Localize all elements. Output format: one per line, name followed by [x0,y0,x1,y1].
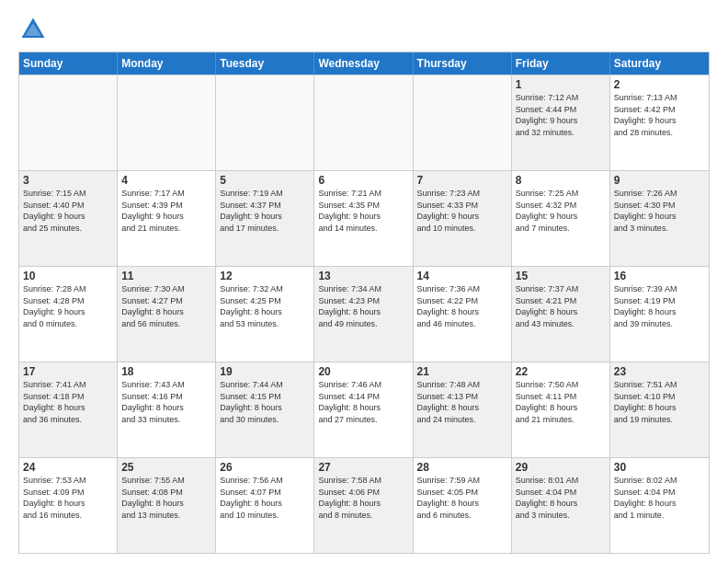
cal-cell-19: 19Sunrise: 7:44 AM Sunset: 4:15 PM Dayli… [216,362,314,457]
day-info: Sunrise: 7:21 AM Sunset: 4:35 PM Dayligh… [318,188,408,234]
day-number: 19 [220,365,310,378]
cal-cell-8: 8Sunrise: 7:25 AM Sunset: 4:32 PM Daylig… [512,171,610,266]
day-info: Sunrise: 7:43 AM Sunset: 4:16 PM Dayligh… [121,379,211,425]
cal-cell-2: 2Sunrise: 7:13 AM Sunset: 4:42 PM Daylig… [610,75,709,170]
day-number: 3 [23,174,113,187]
cal-cell-28: 28Sunrise: 7:59 AM Sunset: 4:05 PM Dayli… [414,458,512,553]
cal-cell-6: 6Sunrise: 7:21 AM Sunset: 4:35 PM Daylig… [314,171,413,266]
day-number: 11 [121,270,211,282]
cal-cell-23: 23Sunrise: 7:51 AM Sunset: 4:10 PM Dayli… [610,362,709,457]
cal-cell-18: 18Sunrise: 7:43 AM Sunset: 4:16 PM Dayli… [118,362,216,457]
cal-header-day-monday: Monday [118,52,216,75]
day-info: Sunrise: 7:51 AM Sunset: 4:10 PM Dayligh… [614,379,705,425]
logo [18,15,51,44]
day-number: 10 [23,270,113,282]
day-info: Sunrise: 7:30 AM Sunset: 4:27 PM Dayligh… [121,283,211,329]
cal-row-1: 3Sunrise: 7:15 AM Sunset: 4:40 PM Daylig… [19,170,709,266]
cal-cell-10: 10Sunrise: 7:28 AM Sunset: 4:28 PM Dayli… [19,267,118,362]
cal-cell-29: 29Sunrise: 8:01 AM Sunset: 4:04 PM Dayli… [512,458,610,553]
day-number: 27 [318,461,408,474]
cal-header-day-sunday: Sunday [19,52,118,75]
cal-cell-3: 3Sunrise: 7:15 AM Sunset: 4:40 PM Daylig… [19,171,118,266]
header [18,15,710,44]
cal-cell-9: 9Sunrise: 7:26 AM Sunset: 4:30 PM Daylig… [610,171,709,266]
cal-cell-5: 5Sunrise: 7:19 AM Sunset: 4:37 PM Daylig… [216,171,314,266]
day-number: 20 [318,365,408,378]
cal-cell-7: 7Sunrise: 7:23 AM Sunset: 4:33 PM Daylig… [414,171,512,266]
day-number: 25 [121,461,211,474]
day-number: 30 [614,461,705,474]
cal-cell-14: 14Sunrise: 7:36 AM Sunset: 4:22 PM Dayli… [414,267,512,362]
calendar-body: 1Sunrise: 7:12 AM Sunset: 4:44 PM Daylig… [19,75,709,553]
cal-header-day-wednesday: Wednesday [314,52,413,75]
cal-cell-empty-0-3 [314,75,413,170]
day-info: Sunrise: 7:23 AM Sunset: 4:33 PM Dayligh… [417,188,507,234]
calendar: SundayMondayTuesdayWednesdayThursdayFrid… [18,52,710,554]
cal-row-0: 1Sunrise: 7:12 AM Sunset: 4:44 PM Daylig… [19,75,709,170]
day-number: 5 [220,174,310,187]
day-info: Sunrise: 7:32 AM Sunset: 4:25 PM Dayligh… [220,283,310,329]
cal-cell-empty-0-2 [216,75,314,170]
day-number: 21 [417,365,507,378]
day-number: 1 [516,78,606,91]
day-info: Sunrise: 7:13 AM Sunset: 4:42 PM Dayligh… [614,92,705,138]
day-number: 28 [417,461,507,474]
day-info: Sunrise: 7:17 AM Sunset: 4:39 PM Dayligh… [121,188,211,234]
day-info: Sunrise: 7:53 AM Sunset: 4:09 PM Dayligh… [23,475,113,521]
day-number: 4 [121,174,211,187]
cal-cell-24: 24Sunrise: 7:53 AM Sunset: 4:09 PM Dayli… [19,458,118,553]
day-number: 13 [318,270,408,282]
day-number: 24 [23,461,113,474]
day-info: Sunrise: 7:15 AM Sunset: 4:40 PM Dayligh… [23,188,113,234]
cal-cell-16: 16Sunrise: 7:39 AM Sunset: 4:19 PM Dayli… [610,267,709,362]
cal-header-day-saturday: Saturday [610,52,709,75]
cal-cell-13: 13Sunrise: 7:34 AM Sunset: 4:23 PM Dayli… [314,267,413,362]
day-number: 15 [516,270,606,282]
page: SundayMondayTuesdayWednesdayThursdayFrid… [0,0,728,563]
day-info: Sunrise: 7:26 AM Sunset: 4:30 PM Dayligh… [614,188,705,234]
day-info: Sunrise: 7:56 AM Sunset: 4:07 PM Dayligh… [220,475,310,521]
cal-cell-empty-0-1 [118,75,216,170]
day-info: Sunrise: 7:19 AM Sunset: 4:37 PM Dayligh… [220,188,310,234]
day-number: 12 [220,270,310,282]
cal-row-3: 17Sunrise: 7:41 AM Sunset: 4:18 PM Dayli… [19,362,709,457]
day-info: Sunrise: 7:34 AM Sunset: 4:23 PM Dayligh… [318,283,408,329]
cal-cell-4: 4Sunrise: 7:17 AM Sunset: 4:39 PM Daylig… [118,171,216,266]
day-number: 18 [121,365,211,378]
day-number: 23 [614,365,705,378]
day-number: 2 [614,78,705,91]
day-info: Sunrise: 7:48 AM Sunset: 4:13 PM Dayligh… [417,379,507,425]
cal-cell-1: 1Sunrise: 7:12 AM Sunset: 4:44 PM Daylig… [512,75,610,170]
day-info: Sunrise: 7:36 AM Sunset: 4:22 PM Dayligh… [417,283,507,329]
day-info: Sunrise: 8:01 AM Sunset: 4:04 PM Dayligh… [516,475,606,521]
day-number: 9 [614,174,705,187]
day-info: Sunrise: 7:58 AM Sunset: 4:06 PM Dayligh… [318,475,408,521]
day-number: 7 [417,174,507,187]
cal-header-day-thursday: Thursday [414,52,512,75]
day-number: 16 [614,270,705,282]
day-number: 14 [417,270,507,282]
cal-cell-25: 25Sunrise: 7:55 AM Sunset: 4:08 PM Dayli… [118,458,216,553]
cal-cell-27: 27Sunrise: 7:58 AM Sunset: 4:06 PM Dayli… [314,458,413,553]
cal-row-2: 10Sunrise: 7:28 AM Sunset: 4:28 PM Dayli… [19,266,709,362]
day-info: Sunrise: 7:44 AM Sunset: 4:15 PM Dayligh… [220,379,310,425]
cal-cell-15: 15Sunrise: 7:37 AM Sunset: 4:21 PM Dayli… [512,267,610,362]
cal-cell-11: 11Sunrise: 7:30 AM Sunset: 4:27 PM Dayli… [118,267,216,362]
cal-header-day-tuesday: Tuesday [216,52,314,75]
day-info: Sunrise: 7:55 AM Sunset: 4:08 PM Dayligh… [121,475,211,521]
day-number: 6 [318,174,408,187]
cal-cell-22: 22Sunrise: 7:50 AM Sunset: 4:11 PM Dayli… [512,362,610,457]
cal-cell-21: 21Sunrise: 7:48 AM Sunset: 4:13 PM Dayli… [414,362,512,457]
day-info: Sunrise: 7:37 AM Sunset: 4:21 PM Dayligh… [516,283,606,329]
cal-header-day-friday: Friday [512,52,610,75]
day-info: Sunrise: 7:28 AM Sunset: 4:28 PM Dayligh… [23,283,113,329]
cal-cell-20: 20Sunrise: 7:46 AM Sunset: 4:14 PM Dayli… [314,362,413,457]
day-number: 8 [516,174,606,187]
day-number: 22 [516,365,606,378]
day-info: Sunrise: 7:50 AM Sunset: 4:11 PM Dayligh… [516,379,606,425]
cal-cell-empty-0-4 [414,75,512,170]
day-info: Sunrise: 7:59 AM Sunset: 4:05 PM Dayligh… [417,475,507,521]
day-info: Sunrise: 7:25 AM Sunset: 4:32 PM Dayligh… [516,188,606,234]
day-number: 29 [516,461,606,474]
cal-cell-12: 12Sunrise: 7:32 AM Sunset: 4:25 PM Dayli… [216,267,314,362]
